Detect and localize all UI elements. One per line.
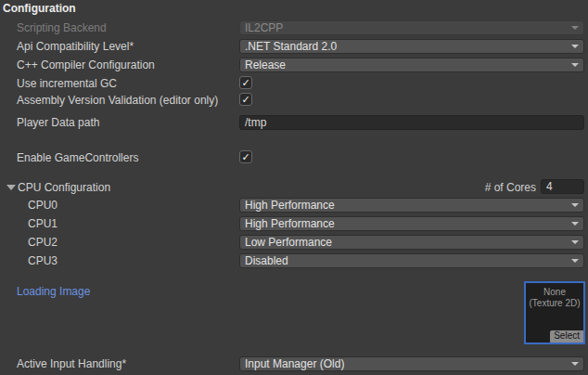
chevron-down-icon (571, 222, 579, 226)
dropdown-scripting-backend-value: IL2CPP (245, 21, 283, 34)
dropdown-api-compatibility-value: .NET Standard 2.0 (245, 40, 337, 53)
label-assembly-version-validation: Assembly Version Validation (editor only… (17, 93, 218, 108)
object-field-value-line2: (Texture 2D) (526, 298, 583, 309)
dropdown-cpu0-value: High Performance (245, 199, 335, 212)
section-header-configuration: Configuration (3, 1, 76, 16)
checkmark-icon: ✓ (241, 94, 249, 105)
checkbox-assembly-version-validation[interactable]: ✓ (239, 93, 252, 106)
dropdown-cpu2-value: Low Performance (245, 236, 332, 249)
dropdown-cpu2[interactable]: Low Performance (239, 235, 584, 250)
label-use-incremental-gc: Use incremental GC (17, 76, 117, 91)
dropdown-cpp-compiler-configuration[interactable]: Release (239, 58, 584, 72)
object-field-value-line1: None (526, 287, 583, 298)
chevron-down-icon (571, 63, 579, 67)
label-cpp-compiler-configuration: C++ Compiler Configuration (17, 58, 155, 72)
foldout-triangle-icon[interactable] (6, 185, 16, 190)
dropdown-cpu3[interactable]: Disabled (239, 253, 584, 268)
label-cpu0: CPU0 (28, 198, 58, 213)
loading-image-object-field[interactable]: None (Texture 2D) Select (524, 281, 585, 344)
dropdown-cpu0[interactable]: High Performance (239, 198, 584, 213)
dropdown-cpu3-value: Disabled (245, 254, 288, 267)
label-active-input-handling: Active Input Handling* (17, 356, 126, 371)
dropdown-active-input-handling[interactable]: Input Manager (Old) (239, 356, 584, 371)
dropdown-cpp-compiler-value: Release (245, 58, 286, 71)
label-cpu-configuration[interactable]: CPU Configuration (18, 180, 110, 195)
dropdown-cpu1-value: High Performance (245, 217, 335, 230)
chevron-down-icon (571, 240, 579, 244)
label-enable-gamecontrollers: Enable GameControllers (17, 150, 138, 165)
select-button[interactable]: Select (550, 330, 583, 343)
checkbox-enable-gamecontrollers[interactable]: ✓ (239, 150, 252, 163)
label-scripting-backend: Scripting Backend (17, 20, 107, 35)
label-cpu1: CPU1 (28, 216, 58, 231)
checkmark-icon: ✓ (241, 77, 249, 88)
label-player-data-path: Player Data path (17, 115, 99, 130)
dropdown-cpu1[interactable]: High Performance (239, 216, 584, 231)
label-api-compatibility-level: Api Compatibility Level* (17, 39, 134, 54)
label-loading-image: Loading Image (17, 284, 90, 299)
checkbox-use-incremental-gc[interactable]: ✓ (239, 76, 252, 89)
dropdown-scripting-backend: IL2CPP (239, 20, 584, 35)
chevron-down-icon (571, 362, 579, 366)
number-of-cores-input[interactable] (541, 179, 584, 194)
chevron-down-icon (571, 203, 579, 207)
player-data-path-input[interactable] (239, 115, 584, 130)
label-number-of-cores: # of Cores (485, 180, 536, 195)
dropdown-active-input-handling-value: Input Manager (Old) (245, 357, 344, 370)
label-cpu3: CPU3 (28, 253, 58, 268)
chevron-down-icon (571, 26, 579, 30)
chevron-down-icon (571, 259, 579, 263)
checkmark-icon: ✓ (241, 151, 249, 162)
chevron-down-icon (571, 45, 579, 48)
dropdown-api-compatibility-level[interactable]: .NET Standard 2.0 (239, 39, 584, 54)
player-settings-configuration-panel: Configuration Scripting Backend IL2CPP A… (0, 0, 588, 375)
label-cpu2: CPU2 (28, 235, 58, 250)
